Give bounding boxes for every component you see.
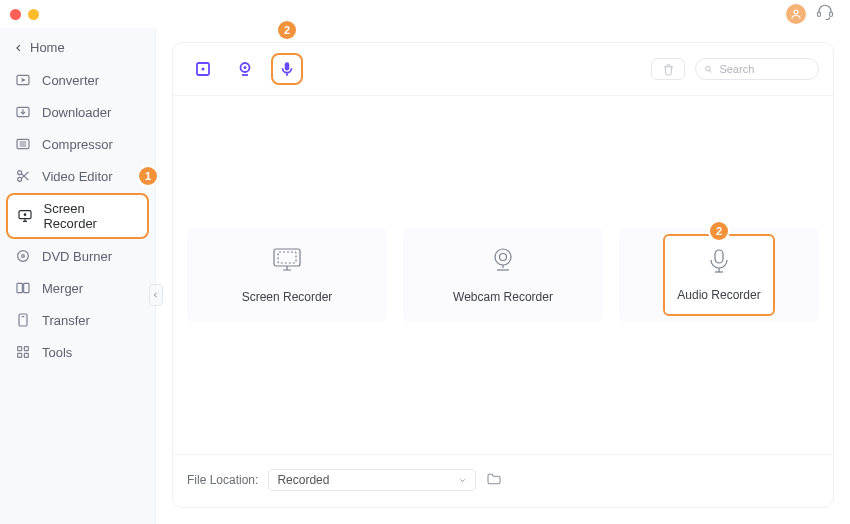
- svg-point-28: [495, 249, 511, 265]
- toolbar: 2: [173, 43, 833, 96]
- transfer-icon: [14, 311, 32, 329]
- svg-point-25: [706, 66, 711, 71]
- minimize-window-button[interactable]: [28, 9, 39, 20]
- card-label: Screen Recorder: [242, 290, 333, 304]
- card-label: Webcam Recorder: [453, 290, 553, 304]
- svg-rect-14: [24, 283, 29, 292]
- support-icon[interactable]: [816, 3, 834, 25]
- sidebar-item-label: Screen Recorder: [43, 201, 139, 231]
- sidebar-nav: Converter Downloader Compressor: [0, 65, 155, 367]
- clear-list-button[interactable]: [651, 58, 685, 80]
- tools-icon: [14, 343, 32, 361]
- sidebar-item-compressor[interactable]: Compressor: [6, 129, 149, 159]
- compressor-icon: [14, 135, 32, 153]
- audio-recorder-card-icon: [708, 248, 730, 278]
- sidebar-item-converter[interactable]: Converter: [6, 65, 149, 95]
- card-screen-recorder[interactable]: Screen Recorder: [187, 228, 387, 322]
- converter-icon: [14, 71, 32, 89]
- file-location-select[interactable]: Recorded: [268, 469, 476, 491]
- merger-icon: [14, 279, 32, 297]
- recorder-choice-area: Screen Recorder Webcam Recorder 2: [173, 96, 833, 454]
- svg-point-0: [794, 10, 798, 14]
- card-audio-recorder[interactable]: Audio Recorder: [663, 234, 775, 316]
- video-editor-icon: [14, 167, 32, 185]
- sidebar-item-dvd-burner[interactable]: DVD Burner: [6, 241, 149, 271]
- svg-rect-16: [18, 347, 22, 351]
- mode-tab-screen[interactable]: [187, 53, 219, 85]
- main-area: 2: [156, 28, 850, 524]
- svg-marker-4: [22, 78, 26, 82]
- svg-rect-24: [285, 62, 290, 70]
- sidebar-item-label: Compressor: [42, 137, 113, 152]
- card-audio-outer: 2 Audio Recorder: [619, 228, 819, 322]
- search-field[interactable]: [695, 58, 819, 80]
- svg-rect-13: [17, 283, 22, 292]
- sidebar-item-downloader[interactable]: Downloader: [6, 97, 149, 127]
- open-folder-button[interactable]: [486, 471, 502, 490]
- mode-tab-audio[interactable]: 2: [271, 53, 303, 85]
- annotation-badge-1: 1: [139, 167, 157, 185]
- annotation-badge-2b: 2: [710, 222, 728, 240]
- svg-rect-18: [18, 353, 22, 357]
- sidebar-collapse-button[interactable]: [149, 284, 163, 306]
- svg-point-12: [22, 255, 25, 258]
- sidebar-item-label: Transfer: [42, 313, 90, 328]
- sidebar: Home Converter Downloader: [0, 28, 156, 524]
- user-avatar[interactable]: [786, 4, 806, 24]
- annotation-badge-2: 2: [278, 21, 296, 39]
- svg-rect-30: [715, 250, 723, 263]
- sidebar-item-video-editor[interactable]: Video Editor 1: [6, 161, 149, 191]
- card-webcam-recorder[interactable]: Webcam Recorder: [403, 228, 603, 322]
- panel: 2: [172, 42, 834, 508]
- file-location-label: File Location:: [187, 473, 258, 487]
- chevron-down-icon: [458, 476, 467, 485]
- footer: File Location: Recorded: [173, 454, 833, 507]
- sidebar-item-label: Merger: [42, 281, 83, 296]
- svg-rect-15: [19, 314, 27, 326]
- svg-point-21: [202, 68, 205, 71]
- sidebar-item-merger[interactable]: Merger: [6, 273, 149, 303]
- card-label: Audio Recorder: [677, 288, 760, 302]
- svg-rect-17: [24, 347, 28, 351]
- sidebar-item-label: Tools: [42, 345, 72, 360]
- sidebar-item-label: Downloader: [42, 105, 111, 120]
- svg-rect-27: [278, 252, 296, 263]
- webcam-recorder-card-icon: [490, 246, 516, 276]
- svg-rect-19: [24, 353, 28, 357]
- mode-tabs: 2: [187, 53, 303, 85]
- sidebar-item-screen-recorder[interactable]: Screen Recorder: [6, 193, 149, 239]
- svg-point-10: [23, 213, 26, 216]
- sidebar-item-label: Video Editor: [42, 169, 113, 184]
- svg-point-23: [244, 66, 247, 69]
- dvd-burner-icon: [14, 247, 32, 265]
- titlebar: [0, 0, 850, 28]
- home-label: Home: [30, 40, 65, 55]
- window-controls: [10, 9, 39, 20]
- sidebar-item-tools[interactable]: Tools: [6, 337, 149, 367]
- downloader-icon: [14, 103, 32, 121]
- mode-tab-webcam[interactable]: [229, 53, 261, 85]
- close-window-button[interactable]: [10, 9, 21, 20]
- sidebar-item-label: Converter: [42, 73, 99, 88]
- screen-recorder-icon: [16, 207, 33, 225]
- screen-recorder-card-icon: [272, 246, 302, 276]
- sidebar-item-transfer[interactable]: Transfer: [6, 305, 149, 335]
- svg-point-11: [18, 251, 29, 262]
- svg-point-29: [500, 254, 507, 261]
- home-link[interactable]: Home: [0, 28, 155, 65]
- sidebar-item-label: DVD Burner: [42, 249, 112, 264]
- search-input[interactable]: [719, 63, 810, 75]
- file-location-value: Recorded: [277, 473, 329, 487]
